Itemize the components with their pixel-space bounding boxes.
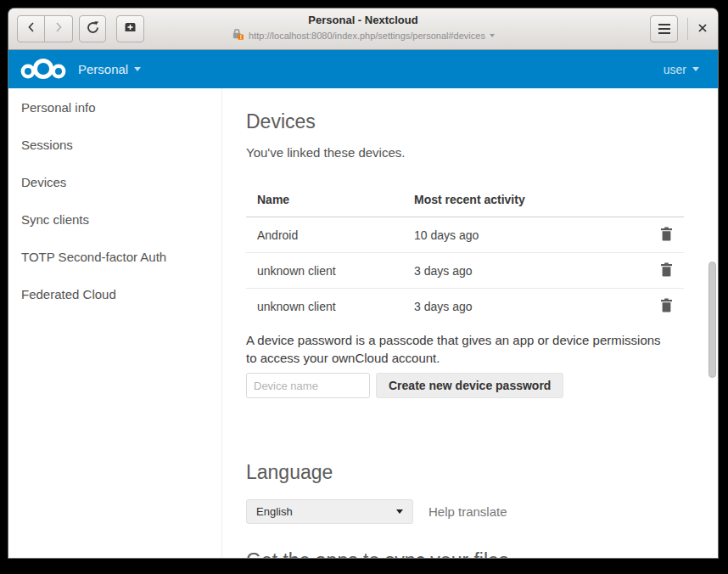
trash-icon: [660, 262, 673, 279]
language-section: Language English Help translate: [246, 461, 718, 524]
table-row: unknown client 3 days ago: [246, 289, 684, 324]
sidebar-item-federated-cloud[interactable]: Federated Cloud: [8, 275, 221, 312]
chevron-right-icon: [54, 21, 63, 37]
language-select[interactable]: English: [246, 499, 413, 524]
devices-table-header: Name Most recent activity: [246, 183, 684, 217]
nav-button-group: [17, 15, 144, 42]
table-row: unknown client 3 days ago: [246, 253, 684, 289]
apps-section-title: Get the apps to sync your files: [246, 549, 718, 558]
chevron-down-icon: [134, 67, 141, 71]
caret-down-icon: [396, 509, 403, 514]
device-password-hint: A device password is a passcode that giv…: [246, 331, 669, 367]
url-bar[interactable]: http://localhost:8080/index.php/settings…: [232, 28, 495, 43]
vertical-scrollbar-thumb[interactable]: [708, 262, 716, 378]
browser-window: Personal - Nextcloud http://localhost:80…: [8, 8, 718, 558]
create-device-password-row: Create new device password: [246, 373, 718, 398]
url-dropdown-caret-icon[interactable]: [490, 34, 495, 37]
help-translate-link[interactable]: Help translate: [428, 504, 507, 519]
sidebar-item-sessions[interactable]: Sessions: [8, 126, 221, 163]
column-header-activity: Most recent activity: [414, 193, 648, 206]
device-activity: 3 days ago: [414, 300, 648, 313]
sidebar-item-totp[interactable]: TOTP Second-factor Auth: [8, 238, 221, 275]
close-window-button[interactable]: [697, 23, 708, 36]
nextcloud-logo-icon[interactable]: [19, 57, 68, 82]
tab-plus-icon: [123, 21, 137, 37]
new-tab-button[interactable]: [116, 15, 144, 42]
table-row: Android 10 days ago: [246, 217, 684, 253]
delete-device-button[interactable]: [660, 227, 673, 244]
delete-device-button[interactable]: [660, 262, 673, 279]
sidebar-item-label: Devices: [21, 175, 66, 189]
sidebar-item-label: Sync clients: [21, 212, 89, 227]
sidebar-item-sync-clients[interactable]: Sync clients: [8, 200, 221, 238]
chevron-down-icon: [692, 67, 699, 71]
titlebar-right-group: [650, 15, 708, 42]
reload-button[interactable]: [79, 15, 106, 42]
sidebar-item-devices[interactable]: Devices: [8, 163, 221, 200]
device-name-input[interactable]: [246, 373, 370, 398]
forward-button[interactable]: [45, 15, 73, 42]
devices-section-title: Devices: [246, 110, 718, 133]
sidebar-item-label: Personal info: [21, 100, 96, 115]
app-menu[interactable]: Personal: [78, 62, 141, 76]
url-text: http://localhost:8080/index.php/settings…: [249, 31, 485, 41]
language-selected-value: English: [256, 505, 293, 518]
settings-content: Personal info Sessions Devices Sync clie…: [8, 88, 718, 558]
devices-subtitle: You've linked these devices.: [246, 145, 718, 160]
user-menu-label: user: [664, 63, 686, 76]
titlebar-separator: [687, 18, 688, 40]
settings-sidebar: Personal info Sessions Devices Sync clie…: [8, 88, 222, 558]
titlebar-center: Personal - Nextcloud http://localhost:80…: [232, 14, 495, 43]
sidebar-item-personal-info[interactable]: Personal info: [8, 88, 221, 126]
device-name: unknown client: [246, 300, 414, 313]
chevron-left-icon: [27, 21, 36, 37]
sidebar-item-label: Sessions: [21, 138, 73, 152]
nextcloud-header: Personal user: [8, 50, 718, 88]
menu-button[interactable]: [650, 15, 678, 42]
user-menu[interactable]: user: [664, 63, 699, 76]
sidebar-item-label: Federated Cloud: [21, 287, 116, 301]
app-menu-label: Personal: [78, 62, 128, 76]
device-name: unknown client: [246, 264, 414, 278]
create-device-password-button[interactable]: Create new device password: [376, 373, 563, 398]
devices-table: Name Most recent activity Android 10 day…: [246, 183, 684, 324]
reload-icon: [86, 20, 100, 38]
delete-device-button[interactable]: [660, 298, 673, 315]
device-activity: 10 days ago: [414, 228, 648, 242]
settings-main-panel: Devices You've linked these devices. Nam…: [222, 88, 718, 558]
trash-icon: [660, 298, 673, 315]
close-icon: [697, 23, 708, 36]
device-name: Android: [246, 228, 414, 242]
insecure-lock-icon: [232, 28, 244, 43]
hamburger-icon: [658, 24, 670, 34]
back-button[interactable]: [17, 15, 45, 42]
column-header-name: Name: [246, 193, 414, 206]
device-activity: 3 days ago: [414, 264, 648, 278]
sidebar-item-label: TOTP Second-factor Auth: [21, 250, 166, 264]
language-section-title: Language: [246, 461, 718, 484]
trash-icon: [660, 227, 673, 244]
page-title: Personal - Nextcloud: [232, 14, 495, 26]
browser-titlebar: Personal - Nextcloud http://localhost:80…: [8, 8, 718, 50]
